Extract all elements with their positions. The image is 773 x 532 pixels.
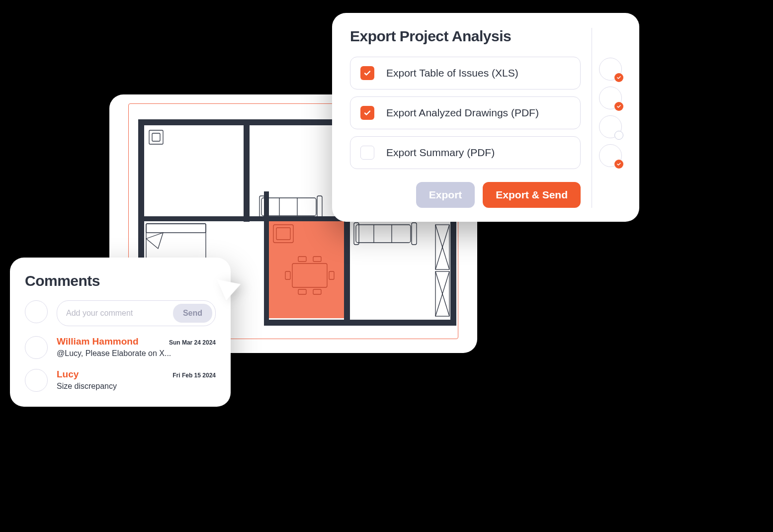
comment-text: Size discrepancy	[57, 382, 216, 391]
export-panel: Export Project Analysis Export Table of …	[332, 13, 639, 222]
export-option-label: Export Analyzed Drawings (PDF)	[386, 107, 539, 119]
svg-rect-15	[146, 224, 206, 233]
comment-compose-row: Send	[25, 300, 216, 326]
comment-date: Sun Mar 24 2024	[169, 339, 216, 346]
comments-title: Comments	[25, 272, 216, 289]
export-option-xls[interactable]: Export Table of Issues (XLS)	[350, 57, 581, 89]
svg-rect-16	[261, 198, 316, 216]
status-dot-icon	[614, 73, 623, 82]
drawing-thumb[interactable]	[599, 58, 622, 81]
comment-input-wrap[interactable]: Send	[57, 300, 216, 326]
export-thumbnails	[592, 28, 621, 208]
status-dot-icon	[614, 160, 623, 169]
avatar	[25, 300, 48, 323]
drawing-thumb[interactable]	[599, 115, 622, 138]
comment-item: Lucy Fri Feb 15 2024 Size discrepancy	[25, 369, 216, 392]
export-send-button[interactable]: Export & Send	[483, 182, 581, 208]
send-button[interactable]: Send	[173, 304, 212, 323]
checkbox-icon[interactable]	[360, 106, 374, 120]
comment-input[interactable]	[66, 309, 169, 318]
svg-rect-20	[317, 196, 322, 218]
drawing-thumb[interactable]	[599, 144, 622, 167]
comment-item: William Hammond Sun Mar 24 2024 @Lucy, P…	[25, 336, 216, 359]
comment-author: Lucy	[57, 369, 79, 380]
checkbox-icon[interactable]	[360, 66, 374, 80]
export-button[interactable]: Export	[416, 182, 475, 208]
svg-rect-12	[149, 130, 163, 144]
svg-rect-19	[259, 196, 264, 218]
highlighted-room[interactable]	[267, 221, 348, 318]
svg-rect-34	[412, 223, 417, 245]
svg-rect-33	[354, 223, 359, 245]
comment-date: Fri Feb 15 2024	[172, 372, 216, 379]
comment-text: @Lucy, Please Elaborate on X...	[57, 349, 216, 358]
status-dot-icon	[614, 131, 623, 140]
export-option-label: Export Summary (PDF)	[386, 147, 495, 159]
svg-rect-30	[356, 225, 411, 243]
drawing-thumb[interactable]	[599, 87, 622, 109]
export-option-label: Export Table of Issues (XLS)	[386, 67, 518, 79]
export-option-drawings[interactable]: Export Analyzed Drawings (PDF)	[350, 96, 581, 129]
avatar	[25, 369, 48, 392]
export-option-summary[interactable]: Export Summary (PDF)	[350, 136, 581, 169]
comments-panel: Comments Send William Hammond Sun Mar 24…	[10, 258, 231, 407]
status-dot-icon	[614, 102, 623, 111]
checkbox-icon[interactable]	[360, 146, 374, 160]
export-title: Export Project Analysis	[350, 28, 581, 45]
comment-author: William Hammond	[57, 336, 139, 347]
avatar	[25, 336, 48, 359]
svg-rect-13	[152, 133, 160, 141]
